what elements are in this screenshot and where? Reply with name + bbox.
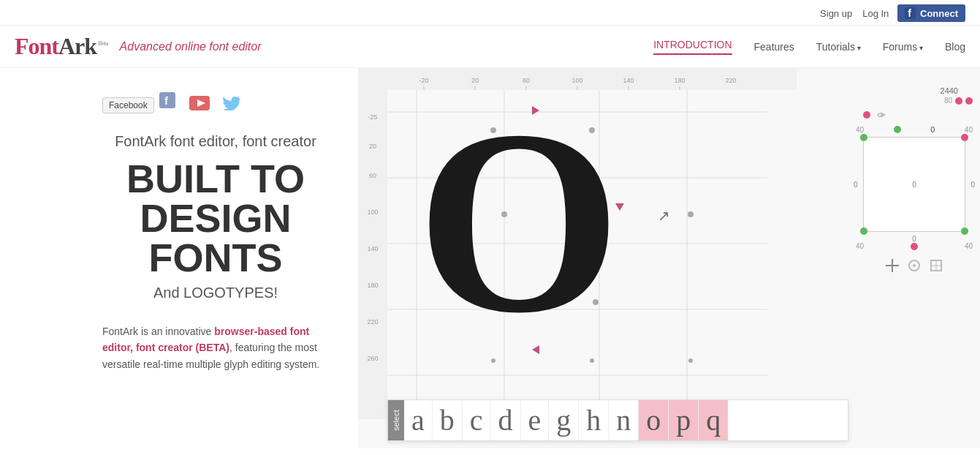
- logo-beta-label: Beta: [98, 40, 108, 47]
- hero-title-line3: FONTS: [102, 238, 329, 277]
- glyph-g[interactable]: g: [549, 400, 579, 440]
- right-panel: -25 20 60 100 140 180 220 260 -20 20 60 …: [358, 68, 980, 448]
- svg-rect-13: [358, 68, 387, 419]
- select-tab: select: [388, 400, 404, 440]
- cursor-icon: ↗: [658, 207, 670, 225]
- glyph-o[interactable]: o: [639, 400, 669, 440]
- svg-point-44: [501, 211, 507, 217]
- glyph-d[interactable]: d: [491, 400, 521, 440]
- svg-point-36: [491, 358, 495, 363]
- svg-point-43: [490, 127, 496, 133]
- svg-text:180: 180: [367, 282, 378, 289]
- hero-description: FontArk is an innovative browser-based f…: [102, 323, 329, 372]
- svg-point-48: [688, 211, 694, 217]
- hero-logotypes: And LOGOTYPES!: [102, 285, 329, 301]
- svg-text:100: 100: [367, 208, 378, 216]
- coord-box-large: 0 0 0 0: [863, 137, 965, 232]
- left-panel: Facebook f FontA: [0, 68, 358, 448]
- facebook-connect-button[interactable]: f Connect: [897, 4, 965, 22]
- logo[interactable]: FontArkBeta: [15, 33, 108, 60]
- svg-text:20: 20: [471, 77, 479, 84]
- logo-area: FontArkBeta Advanced online font editor: [15, 26, 262, 67]
- twitter-social-icon[interactable]: [221, 93, 242, 113]
- svg-text:60: 60: [369, 172, 376, 179]
- hero-title-line1: BUILT TO: [102, 159, 329, 198]
- main-nav: FontArkBeta Advanced online font editor …: [0, 26, 980, 68]
- svg-text:60: 60: [523, 77, 530, 84]
- glyph-h[interactable]: h: [579, 400, 609, 440]
- nav-forums[interactable]: Forums: [883, 41, 923, 53]
- svg-text:140: 140: [623, 77, 634, 84]
- glyph-list: a b c d e g h n o p q: [404, 400, 728, 440]
- svg-text:180: 180: [674, 77, 685, 84]
- svg-point-47: [593, 299, 599, 305]
- add-point-icon[interactable]: [884, 257, 900, 274]
- description-prefix: FontArk is an innovative: [102, 326, 214, 337]
- top-bar: Sign up Log In f Connect: [0, 0, 980, 26]
- coord-panel: 2440 80 40: [856, 86, 973, 274]
- svg-text:260: 260: [367, 355, 378, 362]
- svg-text:100: 100: [571, 77, 582, 84]
- connect-label: Connect: [920, 8, 958, 19]
- facebook-icon: f: [905, 7, 916, 19]
- svg-marker-42: [440, 211, 449, 218]
- editor-area: -25 20 60 100 140 180 220 260 -20 20 60 …: [358, 68, 980, 448]
- svg-text:140: 140: [367, 245, 378, 252]
- svg-text:-25: -25: [368, 113, 377, 121]
- coord-top-value: 2440: [856, 86, 973, 95]
- svg-text:20: 20: [369, 143, 376, 150]
- letter-o: O: [417, 90, 621, 353]
- facebook-tooltip: Facebook: [102, 97, 154, 113]
- hero-subtitle: FontArk font editor, font creator: [102, 131, 329, 151]
- glyph-c[interactable]: c: [463, 400, 491, 440]
- hero-title-line2: DESIGN: [102, 198, 329, 238]
- svg-rect-22: [387, 68, 797, 90]
- svg-marker-40: [615, 203, 624, 211]
- glyph-b[interactable]: b: [433, 400, 463, 440]
- svg-point-46: [589, 127, 595, 133]
- svg-point-45: [490, 299, 496, 305]
- svg-point-53: [913, 264, 916, 267]
- facebook-social-icon[interactable]: f: [157, 90, 178, 110]
- svg-text:-20: -20: [419, 77, 428, 84]
- nav-introduction[interactable]: INTRODUCTION: [653, 39, 732, 55]
- nav-blog[interactable]: Blog: [945, 41, 965, 53]
- svg-point-49: [881, 113, 884, 116]
- glyph-p[interactable]: p: [669, 400, 699, 440]
- tool-icon[interactable]: [928, 257, 944, 274]
- glyph-a[interactable]: a: [404, 400, 433, 440]
- logo-ark-text: Ark: [58, 33, 96, 59]
- link-icon[interactable]: [906, 257, 922, 274]
- login-link[interactable]: Log In: [862, 8, 889, 19]
- nav-features[interactable]: Features: [754, 41, 794, 53]
- glyph-n[interactable]: n: [609, 400, 639, 440]
- nav-links: INTRODUCTION Features Tutorials Forums B…: [653, 27, 965, 67]
- svg-marker-41: [532, 345, 539, 354]
- social-icons: Facebook f: [102, 90, 329, 116]
- svg-text:220: 220: [367, 318, 378, 326]
- svg-point-37: [590, 358, 594, 363]
- svg-point-38: [688, 358, 693, 363]
- glyph-q[interactable]: q: [699, 400, 728, 440]
- signup-link[interactable]: Sign up: [820, 8, 852, 19]
- glyph-e[interactable]: e: [521, 400, 550, 440]
- facebook-social-container: Facebook f: [102, 90, 178, 116]
- svg-text:220: 220: [725, 77, 736, 84]
- hero-title: BUILT TO DESIGN FONTS: [102, 159, 329, 277]
- svg-marker-39: [532, 106, 539, 115]
- logo-tagline: Advanced online font editor: [120, 40, 262, 53]
- youtube-social-icon[interactable]: [189, 93, 210, 113]
- main-content: Facebook f FontA: [0, 68, 980, 448]
- logo-font-text: Font: [15, 33, 58, 59]
- glyph-selector: select a b c d e g h n o p q: [387, 399, 848, 441]
- nav-tutorials[interactable]: Tutorials: [816, 41, 861, 53]
